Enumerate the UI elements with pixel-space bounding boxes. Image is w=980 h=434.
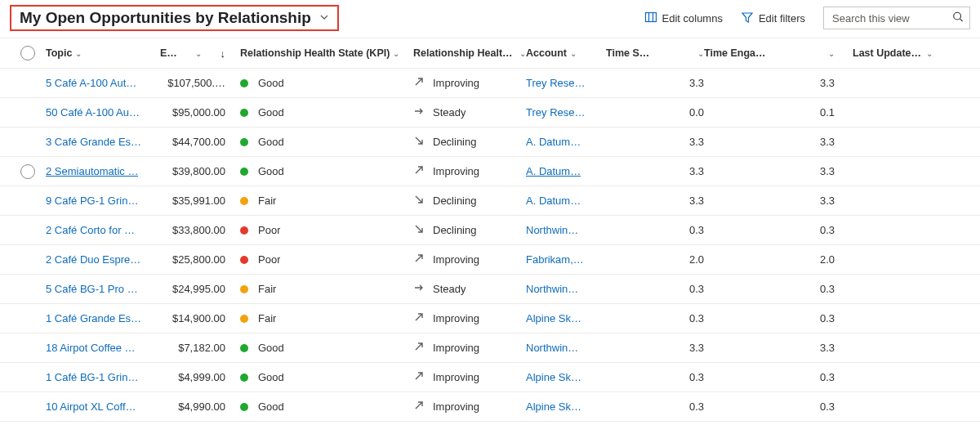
table-row[interactable]: 9 Café PG-1 Grin…$35,991.00FairDeclining…: [0, 186, 980, 216]
chevron-down-icon: ⌄: [393, 49, 399, 58]
col-time-spent[interactable]: Time Spent by T… ⌄: [606, 47, 704, 59]
time-spent-value: 3.3: [606, 136, 704, 148]
trend-label: Improving: [433, 77, 479, 89]
health-label: Fair: [258, 195, 276, 207]
health-cell: Poor: [225, 253, 413, 266]
account-link[interactable]: Northwin…: [526, 342, 578, 354]
topic-link[interactable]: 50 Café A-100 Au…: [46, 106, 140, 119]
edit-filters-button[interactable]: Edit filters: [741, 11, 805, 26]
account-link[interactable]: Fabrikam,…: [526, 253, 584, 266]
account-cell: Alpine Sk…: [526, 400, 606, 413]
svg-point-3: [954, 12, 961, 20]
sort-down-icon: ↓: [207, 47, 225, 60]
account-cell: Northwin…: [526, 224, 606, 236]
time-spent-value: 3.3: [606, 195, 704, 207]
time-spent-cell: 3.3: [606, 77, 704, 89]
est-re-value: $25,800.00: [160, 253, 225, 266]
table-row[interactable]: 5 Café A-100 Aut…$107,500.…GoodImproving…: [0, 69, 980, 98]
account-link[interactable]: Trey Rese…: [526, 106, 585, 119]
account-link[interactable]: Alpine Sk…: [526, 400, 581, 413]
table-row[interactable]: 18 Airpot Coffee …$7,182.00GoodImproving…: [0, 333, 980, 363]
col-account[interactable]: Account ⌄: [526, 47, 606, 59]
col-health-state[interactable]: Relationship Health State (KPI) ⌄: [225, 47, 413, 59]
table-row[interactable]: 2 Semiautomatic …$39,800.00GoodImproving…: [0, 157, 980, 186]
edit-columns-button[interactable]: Edit columns: [644, 11, 723, 26]
table-header-row: Topic ⌄ Est. Re… ⌄ ↓ Relationship Health…: [0, 38, 980, 69]
trend-label: Declining: [433, 136, 476, 148]
time-spent-value: 0.0: [606, 106, 704, 119]
health-label: Poor: [258, 224, 280, 236]
time-engaged-value: 0.3: [704, 283, 835, 295]
top-actions: Edit columns Edit filters: [644, 7, 971, 29]
est-re-cell: $35,991.00: [160, 195, 225, 207]
trend-label: Improving: [433, 371, 479, 383]
account-cell: A. Datum…: [526, 136, 606, 148]
topic-link[interactable]: 1 Café BG-1 Grin…: [46, 371, 138, 383]
topic-link[interactable]: 3 Café Grande Es…: [46, 136, 141, 148]
trend-label: Improving: [433, 342, 479, 354]
topic-link[interactable]: 5 Café BG-1 Pro …: [46, 283, 138, 295]
table-row[interactable]: 1 Café BG-1 Grin…$4,999.00GoodImprovingA…: [0, 363, 980, 392]
topic-link[interactable]: 1 Café Grande Es…: [46, 312, 141, 324]
col-last-updated[interactable]: Last Updated (KPI) ⌄: [835, 47, 933, 59]
col-topic-label: Topic: [46, 47, 72, 59]
table-row[interactable]: 3 Café Grande Es…$44,700.00GoodDeclining…: [0, 128, 980, 157]
account-link[interactable]: Trey Rese…: [526, 77, 585, 89]
col-time-spent-label: Time Spent by T…: [606, 47, 653, 59]
account-link[interactable]: A. Datum…: [526, 195, 581, 207]
trend-cell: Declining: [413, 194, 526, 208]
account-link[interactable]: A. Datum…: [526, 165, 581, 177]
chevron-down-icon: ⌄: [519, 49, 526, 58]
health-cell: Good: [225, 136, 413, 148]
account-link[interactable]: Northwin…: [526, 283, 578, 295]
search-icon[interactable]: [952, 11, 964, 25]
topic-link[interactable]: 18 Airpot Coffee …: [46, 342, 136, 354]
col-est-re[interactable]: Est. Re… ⌄ ↓: [160, 47, 225, 60]
health-cell: Good: [225, 77, 413, 89]
time-engaged-value: 2.0: [704, 253, 835, 266]
chevron-down-icon: ⌄: [182, 49, 201, 58]
table-row[interactable]: 2 Café Corto for …$33,800.00PoorDeclinin…: [0, 216, 980, 245]
time-spent-value: 0.3: [606, 224, 704, 236]
topic-link[interactable]: 10 Airpot XL Coff…: [46, 400, 136, 413]
health-cell: Good: [225, 165, 413, 177]
time-engaged-value: 0.3: [704, 400, 835, 413]
topic-link[interactable]: 5 Café A-100 Aut…: [46, 77, 136, 89]
table-row[interactable]: 2 Café Duo Espre…$25,800.00PoorImproving…: [0, 245, 980, 275]
trend-improving-icon: [413, 370, 425, 384]
health-dot-icon: [240, 109, 248, 117]
table-row[interactable]: 5 Café BG-1 Pro …$24,995.00FairSteadyNor…: [0, 275, 980, 304]
chevron-down-icon: ⌄: [926, 49, 933, 58]
account-link[interactable]: Alpine Sk…: [526, 312, 581, 324]
topic-link[interactable]: 9 Café PG-1 Grin…: [46, 195, 138, 207]
trend-cell: Improving: [413, 400, 526, 414]
col-time-engaged[interactable]: Time Engaged with Cust… ⌄: [704, 47, 835, 59]
trend-declining-icon: [413, 135, 425, 149]
health-label: Fair: [258, 312, 276, 324]
health-label: Good: [258, 165, 284, 177]
time-engaged-cell: 0.3: [704, 283, 835, 295]
topic-link[interactable]: 2 Café Corto for …: [46, 224, 135, 236]
col-health-trend[interactable]: Relationship Health … ⌄: [413, 47, 526, 59]
account-link[interactable]: Northwin…: [526, 224, 578, 236]
account-link[interactable]: Alpine Sk…: [526, 371, 581, 383]
select-all-cell[interactable]: [10, 46, 46, 60]
account-link[interactable]: A. Datum…: [526, 136, 581, 148]
table-row[interactable]: 10 Airpot XL Coff…$4,990.00GoodImproving…: [0, 392, 980, 422]
health-dot-icon: [240, 315, 248, 323]
chevron-down-icon: ⌄: [657, 49, 704, 58]
view-selector[interactable]: My Open Opportunities by Relationship: [10, 5, 339, 31]
table-row[interactable]: 1 Café Grande Es…$14,900.00FairImproving…: [0, 304, 980, 333]
time-spent-cell: 0.0: [606, 106, 704, 119]
col-topic[interactable]: Topic ⌄: [46, 47, 160, 59]
table-row[interactable]: 50 Café A-100 Au…$95,000.00GoodSteadyTre…: [0, 98, 980, 128]
edit-filters-label: Edit filters: [759, 12, 805, 25]
topic-link[interactable]: 2 Café Duo Espre…: [46, 253, 140, 266]
topic-link[interactable]: 2 Semiautomatic …: [46, 165, 138, 177]
svg-line-4: [960, 19, 963, 21]
search-input[interactable]: [823, 7, 970, 29]
est-re-cell: $44,700.00: [160, 136, 225, 148]
row-selector[interactable]: [10, 164, 46, 179]
time-engaged-cell: 0.3: [704, 371, 835, 383]
search-box: [823, 7, 970, 29]
